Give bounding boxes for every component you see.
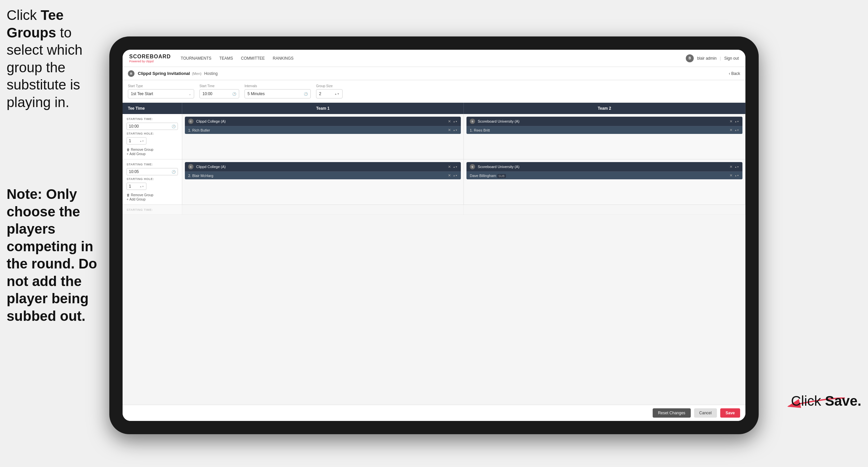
group2-hole-label: STARTING HOLE: [127,177,178,181]
start-time-input[interactable]: 10:00 🕐 [199,89,239,98]
intervals-input[interactable]: 5 Minutes 🕐 [245,89,311,98]
group2-team2-card: S Scoreboard University (A) ✕ ▲▼ Dave Bi… [466,162,742,179]
group2-team2-remove[interactable]: ✕ [730,165,733,169]
group1-team1-p1-remove[interactable]: ✕ [448,128,451,132]
instruction-save: Click Save. [791,393,861,409]
group-size-label: Group Size [316,84,343,88]
group-row: STARTING TIME: [123,205,745,215]
group1-hole-input[interactable]: 1 ▲▼ [127,137,147,145]
start-time-label: Start Time [199,84,239,88]
group1-time-input[interactable]: 10:00 🕐 [127,123,178,130]
intervals-group: Intervals 5 Minutes 🕐 [245,84,311,98]
tournament-gender: (Men) [192,71,202,76]
player-name[interactable]: 2. Blair McHarg [188,174,445,178]
col-team2: Team 2 [464,103,745,114]
group1-team1-name[interactable]: Clippd College (A) [196,119,445,123]
start-type-group: Start Type 1st Tee Start ⌄ [128,84,194,98]
group2-team1-card: C Clippd College (A) ✕ ▲▼ 2. Blair McHar… [185,162,461,179]
group1-team1-sort[interactable]: ▲▼ [453,120,458,123]
group2-team2-logo: S [470,164,475,169]
group1-team2-header: S Scoreboard University (A) ✕ ▲▼ [466,117,742,126]
group1-add-btn[interactable]: + Add Group [127,152,178,156]
group2-time-input[interactable]: 10:05 🕐 [127,168,178,175]
group2-team1-sort[interactable]: ▲▼ [453,166,458,168]
back-button[interactable]: ‹ Back [729,71,740,76]
group2-team2-player1: Dave Billingham SUB ✕ ▲▼ [466,171,742,179]
reset-changes-button[interactable]: Reset Changes [653,408,691,418]
group2-team2-cell: S Scoreboard University (A) ✕ ▲▼ Dave Bi… [464,159,745,204]
nav-username: blair admin [697,56,717,61]
intervals-clock-icon: 🕐 [304,92,308,96]
nav-avatar: B [686,54,694,62]
group2-time-label: STARTING TIME: [127,163,178,166]
navbar: SCOREBOARD Powered by clippd TOURNAMENTS… [123,50,745,67]
group2-team1-header: C Clippd College (A) ✕ ▲▼ [185,162,461,171]
save-button[interactable]: Save [720,408,740,418]
logo-sub: Powered by clippd [129,60,171,63]
group2-team2-header: S Scoreboard University (A) ✕ ▲▼ [466,162,742,171]
group2-team1-remove[interactable]: ✕ [448,165,451,169]
group1-team1-remove[interactable]: ✕ [448,119,451,124]
nav-signout[interactable]: Sign out [724,56,739,61]
group1-team2-name[interactable]: Scoreboard University (A) [478,119,727,123]
group1-team2-p1-sort[interactable]: ▲▼ [735,129,739,131]
sub-header: B Clippd Spring Invitational (Men) Hosti… [123,67,745,80]
group2-hole-arrows: ▲▼ [140,185,144,187]
group2-hole-input[interactable]: 1 ▲▼ [127,183,147,190]
group2-team1-p1-sort[interactable]: ▲▼ [453,174,458,177]
player-name: Dave Billingham SUB [470,174,727,178]
start-type-input[interactable]: 1st Tee Start ⌄ [128,89,194,98]
col-tee-time: Tee Time [123,103,182,114]
group2-clock-icon: 🕐 [172,170,176,174]
group1-team2-p1-remove[interactable]: ✕ [730,128,733,132]
group1-team1-cell: C Clippd College (A) ✕ ▲▼ 1. Rich Butler [182,114,464,159]
tablet-screen: SCOREBOARD Powered by clippd TOURNAMENTS… [123,50,745,421]
group1-team1-p1-sort[interactable]: ▲▼ [453,129,458,131]
group2-team2-p1-remove[interactable]: ✕ [730,173,733,178]
group1-hole-label: STARTING HOLE: [127,132,178,135]
group-size-arrow: ▲▼ [334,92,340,95]
nav-tournaments[interactable]: TOURNAMENTS [181,55,211,62]
group1-team2-actions: ✕ ▲▼ [730,119,739,124]
group1-hole-arrows: ▲▼ [140,140,144,142]
group2-team1-p1-remove[interactable]: ✕ [448,173,451,178]
group2-team2-p1-actions: ✕ ▲▼ [730,173,739,178]
group2-team1-name[interactable]: Clippd College (A) [196,165,445,169]
group-size-group: Group Size 2 ▲▼ [316,84,343,98]
col-team1: Team 1 [182,103,464,114]
group-size-input[interactable]: 2 ▲▼ [316,89,343,98]
nav-teams[interactable]: TEAMS [219,55,233,62]
start-time-group: Start Time 10:00 🕐 [199,84,239,98]
group1-remove-btn[interactable]: 🗑 Remove Group [127,148,178,151]
player-name[interactable]: 1. Rich Butler [188,128,445,132]
settings-row: Start Type 1st Tee Start ⌄ Start Time 10… [123,80,745,103]
tablet-frame: SCOREBOARD Powered by clippd TOURNAMENTS… [109,36,759,434]
group2-remove-btn[interactable]: 🗑 Remove Group [127,193,178,197]
group2-add-btn[interactable]: + Add Group [127,198,178,201]
logo-title: SCOREBOARD [129,54,171,60]
groups-area: STARTING TIME: 10:00 🕐 STARTING HOLE: 1 … [123,114,745,405]
nav-rankings[interactable]: RANKINGS [273,55,293,62]
group2-left: STARTING TIME: 10:05 🕐 STARTING HOLE: 1 … [123,159,182,204]
plus-icon: + [127,198,128,201]
player-name[interactable]: 1. Rees Britt [470,128,727,132]
group1-actions: 🗑 Remove Group + Add Group [127,148,178,156]
group1-team2-remove[interactable]: ✕ [730,119,733,124]
cancel-button[interactable]: Cancel [694,408,717,418]
nav-items: TOURNAMENTS TEAMS COMMITTEE RANKINGS [181,55,686,62]
group1-team2-sort[interactable]: ▲▼ [735,120,739,123]
trash-icon: 🗑 [127,193,130,197]
group1-team1-card: C Clippd College (A) ✕ ▲▼ 1. Rich Butler [185,117,461,134]
intervals-label: Intervals [245,84,311,88]
instruction-tee-groups: Click Tee Groups to select which group t… [0,0,103,118]
group2-team2-name[interactable]: Scoreboard University (A) [478,165,727,169]
group1-left: STARTING TIME: 10:00 🕐 STARTING HOLE: 1 … [123,114,182,159]
group2-team2-sort[interactable]: ▲▼ [735,166,739,168]
start-time-clock-icon: 🕐 [232,92,236,96]
group1-team1-header: C Clippd College (A) ✕ ▲▼ [185,117,461,126]
nav-committee[interactable]: COMMITTEE [241,55,265,62]
group2-team1-player1: 2. Blair McHarg ✕ ▲▼ [185,171,461,179]
group1-team1-p1-actions: ✕ ▲▼ [448,128,458,132]
nav-separator: | [720,56,721,61]
group2-team2-p1-sort[interactable]: ▲▼ [735,174,739,177]
